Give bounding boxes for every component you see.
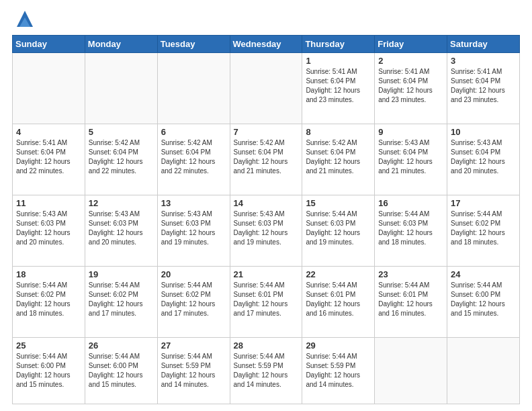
- logo-icon: [14, 8, 36, 30]
- weekday-tuesday: Tuesday: [157, 36, 230, 53]
- day-info: Sunrise: 5:44 AM Sunset: 5:59 PM Dayligh…: [306, 352, 371, 390]
- day-number: 2: [378, 56, 443, 66]
- day-number: 8: [306, 127, 371, 137]
- day-number: 5: [89, 127, 154, 137]
- weekday-thursday: Thursday: [302, 36, 375, 53]
- day-info: Sunrise: 5:43 AM Sunset: 6:04 PM Dayligh…: [378, 138, 443, 176]
- day-info: Sunrise: 5:42 AM Sunset: 6:04 PM Dayligh…: [161, 138, 226, 176]
- day-info: Sunrise: 5:41 AM Sunset: 6:04 PM Dayligh…: [378, 67, 443, 105]
- calendar-cell: 2Sunrise: 5:41 AM Sunset: 6:04 PM Daylig…: [375, 53, 447, 124]
- day-number: 15: [306, 198, 371, 208]
- day-number: 6: [161, 127, 226, 137]
- week-row-1: 4Sunrise: 5:41 AM Sunset: 6:04 PM Daylig…: [13, 124, 520, 195]
- day-info: Sunrise: 5:41 AM Sunset: 6:04 PM Dayligh…: [306, 67, 371, 105]
- calendar-cell: [375, 338, 447, 404]
- day-number: 22: [306, 269, 371, 279]
- calendar-cell: 19Sunrise: 5:44 AM Sunset: 6:02 PM Dayli…: [85, 267, 157, 338]
- calendar-cell: 11Sunrise: 5:43 AM Sunset: 6:03 PM Dayli…: [13, 195, 85, 267]
- day-number: 20: [161, 269, 226, 279]
- calendar-cell: 9Sunrise: 5:43 AM Sunset: 6:04 PM Daylig…: [375, 124, 447, 195]
- calendar-table: SundayMondayTuesdayWednesdayThursdayFrid…: [12, 35, 520, 404]
- calendar-cell: 28Sunrise: 5:44 AM Sunset: 5:59 PM Dayli…: [230, 338, 302, 404]
- weekday-wednesday: Wednesday: [230, 36, 302, 53]
- weekday-sunday: Sunday: [13, 36, 85, 53]
- day-info: Sunrise: 5:41 AM Sunset: 6:04 PM Dayligh…: [16, 138, 81, 176]
- day-number: 23: [378, 269, 443, 279]
- calendar-cell: 22Sunrise: 5:44 AM Sunset: 6:01 PM Dayli…: [302, 267, 375, 338]
- day-info: Sunrise: 5:44 AM Sunset: 6:03 PM Dayligh…: [378, 210, 443, 247]
- calendar-cell: 21Sunrise: 5:44 AM Sunset: 6:01 PM Dayli…: [230, 267, 302, 338]
- day-number: 26: [89, 340, 154, 351]
- logo: [12, 12, 36, 30]
- day-number: 1: [306, 56, 371, 66]
- calendar-cell: 23Sunrise: 5:44 AM Sunset: 6:01 PM Dayli…: [375, 267, 447, 338]
- calendar-cell: 25Sunrise: 5:44 AM Sunset: 6:00 PM Dayli…: [13, 338, 85, 404]
- day-info: Sunrise: 5:44 AM Sunset: 6:03 PM Dayligh…: [306, 210, 371, 247]
- weekday-friday: Friday: [375, 36, 447, 53]
- day-info: Sunrise: 5:44 AM Sunset: 6:02 PM Dayligh…: [161, 281, 226, 318]
- day-info: Sunrise: 5:41 AM Sunset: 6:04 PM Dayligh…: [451, 67, 516, 105]
- calendar-cell: 8Sunrise: 5:42 AM Sunset: 6:04 PM Daylig…: [302, 124, 375, 195]
- day-number: 14: [234, 198, 299, 208]
- weekday-header-row: SundayMondayTuesdayWednesdayThursdayFrid…: [13, 36, 520, 53]
- calendar-cell: 15Sunrise: 5:44 AM Sunset: 6:03 PM Dayli…: [302, 195, 375, 267]
- calendar-cell: 4Sunrise: 5:41 AM Sunset: 6:04 PM Daylig…: [13, 124, 85, 195]
- calendar-cell: 5Sunrise: 5:42 AM Sunset: 6:04 PM Daylig…: [85, 124, 157, 195]
- day-info: Sunrise: 5:44 AM Sunset: 6:02 PM Dayligh…: [89, 281, 154, 318]
- header: [12, 12, 520, 30]
- weekday-saturday: Saturday: [447, 36, 520, 53]
- day-number: 25: [16, 340, 81, 351]
- calendar-cell: 26Sunrise: 5:44 AM Sunset: 6:00 PM Dayli…: [85, 338, 157, 404]
- calendar-cell: 16Sunrise: 5:44 AM Sunset: 6:03 PM Dayli…: [375, 195, 447, 267]
- day-info: Sunrise: 5:42 AM Sunset: 6:04 PM Dayligh…: [306, 138, 371, 176]
- day-number: 29: [306, 340, 371, 351]
- calendar-cell: [157, 53, 230, 124]
- day-number: 3: [451, 56, 516, 66]
- day-number: 28: [234, 340, 299, 351]
- day-number: 12: [89, 198, 154, 208]
- day-info: Sunrise: 5:44 AM Sunset: 5:59 PM Dayligh…: [234, 352, 299, 390]
- day-info: Sunrise: 5:44 AM Sunset: 5:59 PM Dayligh…: [161, 352, 226, 390]
- day-info: Sunrise: 5:42 AM Sunset: 6:04 PM Dayligh…: [234, 138, 299, 176]
- day-number: 7: [234, 127, 299, 137]
- week-row-4: 25Sunrise: 5:44 AM Sunset: 6:00 PM Dayli…: [13, 338, 520, 404]
- week-row-2: 11Sunrise: 5:43 AM Sunset: 6:03 PM Dayli…: [13, 195, 520, 267]
- day-info: Sunrise: 5:44 AM Sunset: 6:01 PM Dayligh…: [378, 281, 443, 318]
- day-info: Sunrise: 5:44 AM Sunset: 6:00 PM Dayligh…: [16, 352, 81, 390]
- calendar-cell: 6Sunrise: 5:42 AM Sunset: 6:04 PM Daylig…: [157, 124, 230, 195]
- day-info: Sunrise: 5:44 AM Sunset: 6:01 PM Dayligh…: [306, 281, 371, 318]
- calendar-cell: 27Sunrise: 5:44 AM Sunset: 5:59 PM Dayli…: [157, 338, 230, 404]
- calendar-cell: 13Sunrise: 5:43 AM Sunset: 6:03 PM Dayli…: [157, 195, 230, 267]
- day-number: 13: [161, 198, 226, 208]
- day-info: Sunrise: 5:43 AM Sunset: 6:03 PM Dayligh…: [161, 210, 226, 247]
- day-number: 27: [161, 340, 226, 351]
- day-number: 4: [16, 127, 81, 137]
- day-number: 9: [378, 127, 443, 137]
- day-info: Sunrise: 5:44 AM Sunset: 6:01 PM Dayligh…: [234, 281, 299, 318]
- day-number: 11: [16, 198, 81, 208]
- calendar-body: 1Sunrise: 5:41 AM Sunset: 6:04 PM Daylig…: [13, 53, 520, 404]
- day-info: Sunrise: 5:44 AM Sunset: 6:00 PM Dayligh…: [89, 352, 154, 390]
- day-number: 24: [451, 269, 516, 279]
- weekday-monday: Monday: [85, 36, 157, 53]
- calendar-cell: [447, 338, 520, 404]
- day-number: 10: [451, 127, 516, 137]
- day-info: Sunrise: 5:44 AM Sunset: 6:02 PM Dayligh…: [16, 281, 81, 318]
- calendar-cell: [230, 53, 302, 124]
- calendar-cell: 17Sunrise: 5:44 AM Sunset: 6:02 PM Dayli…: [447, 195, 520, 267]
- day-info: Sunrise: 5:43 AM Sunset: 6:03 PM Dayligh…: [89, 210, 154, 247]
- day-number: 19: [89, 269, 154, 279]
- calendar-cell: 14Sunrise: 5:43 AM Sunset: 6:03 PM Dayli…: [230, 195, 302, 267]
- day-info: Sunrise: 5:44 AM Sunset: 6:00 PM Dayligh…: [451, 281, 516, 318]
- calendar-cell: 12Sunrise: 5:43 AM Sunset: 6:03 PM Dayli…: [85, 195, 157, 267]
- day-number: 21: [234, 269, 299, 279]
- calendar-cell: 10Sunrise: 5:43 AM Sunset: 6:04 PM Dayli…: [447, 124, 520, 195]
- day-info: Sunrise: 5:43 AM Sunset: 6:04 PM Dayligh…: [451, 138, 516, 176]
- calendar-cell: 1Sunrise: 5:41 AM Sunset: 6:04 PM Daylig…: [302, 53, 375, 124]
- day-info: Sunrise: 5:43 AM Sunset: 6:03 PM Dayligh…: [16, 210, 81, 247]
- day-number: 17: [451, 198, 516, 208]
- day-info: Sunrise: 5:44 AM Sunset: 6:02 PM Dayligh…: [451, 210, 516, 247]
- calendar-cell: 20Sunrise: 5:44 AM Sunset: 6:02 PM Dayli…: [157, 267, 230, 338]
- calendar-cell: [85, 53, 157, 124]
- calendar-cell: 29Sunrise: 5:44 AM Sunset: 5:59 PM Dayli…: [302, 338, 375, 404]
